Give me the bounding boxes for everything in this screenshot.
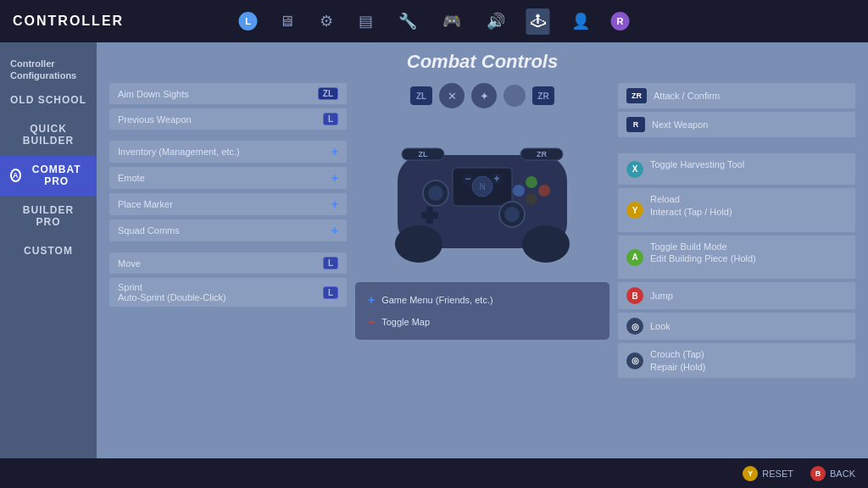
move-btn: L: [323, 257, 338, 269]
control-inventory[interactable]: Inventory (Management, etc.) +: [109, 141, 347, 163]
control-sprint[interactable]: SprintAuto-Sprint (Double-Click) L: [109, 278, 347, 307]
jump-label: Jump: [650, 290, 673, 302]
control-toggle-build[interactable]: A Toggle Build ModeEdit Building Piece (…: [618, 236, 855, 280]
top-center-row: ZL ✕ ✦ ZR: [410, 83, 554, 108]
reset-btn-label: Y: [748, 469, 753, 478]
header-nav-icons: L 🖥 ⚙ ▤ 🔧 🎮 🔊 🕹 👤 R: [239, 8, 630, 35]
main-content: Controller Configurations OLD SCHOOL QUI…: [0, 42, 868, 458]
control-move[interactable]: Move L: [109, 252, 347, 274]
control-emote[interactable]: Emote +: [109, 167, 347, 189]
controller-nav-icon[interactable]: 🕹: [526, 8, 550, 35]
next-weapon-label-wrap: Next Weapon: [652, 119, 708, 130]
sound-icon[interactable]: 🔊: [482, 8, 509, 35]
svg-text:ZR: ZR: [537, 150, 547, 158]
crouch-btn: ◎: [626, 352, 643, 369]
footer: Y RESET B BACK: [0, 458, 868, 488]
tool-icon[interactable]: 🔧: [394, 8, 421, 35]
combat-pro-label: COMBAT PRO: [26, 164, 86, 187]
inventory-btn: +: [331, 145, 338, 158]
sidebar-item-combat-pro[interactable]: A COMBAT PRO: [0, 155, 97, 196]
svg-point-9: [504, 207, 520, 222]
look-btn: ◎: [626, 318, 643, 335]
sidebar-item-quick-builder[interactable]: QUICK BUILDER: [0, 114, 97, 155]
sidebar-item-builder-pro[interactable]: BUILDER PRO: [0, 196, 97, 236]
gamepad2-icon[interactable]: 🎮: [438, 8, 465, 35]
zr-center-btn: ZR: [532, 86, 554, 105]
emote-btn: +: [331, 171, 338, 185]
inventory-label: Inventory (Management, etc.): [118, 147, 240, 157]
control-crouch[interactable]: ◎ Crouch (Tap)Repair (Hold): [618, 343, 855, 378]
reload-label: ReloadInteract (Tap / Hold): [650, 193, 732, 218]
control-toggle-harvesting[interactable]: X Toggle Harvesting Tool -: [618, 153, 855, 185]
svg-text:+: +: [493, 173, 499, 185]
control-reload[interactable]: Y ReloadInteract (Tap / Hold) -: [618, 188, 855, 232]
toggle-harvesting-label: Toggle Harvesting Tool: [650, 158, 744, 170]
game-menu-row[interactable]: + Game Menu (Friends, etc.): [368, 289, 597, 311]
minus-icon: −: [368, 315, 375, 329]
svg-point-14: [513, 185, 525, 197]
controller-svg: N: [381, 130, 584, 265]
reset-label: RESET: [762, 469, 793, 479]
reset-y-icon: Y: [743, 466, 758, 481]
look-label: Look: [650, 320, 670, 332]
right-controls-panel: ZR Attack / Confirm R Next Weapon X Togg…: [618, 83, 855, 450]
control-look[interactable]: ◎ Look: [618, 313, 855, 340]
back-btn-circle-label: B: [815, 469, 821, 478]
toggle-build-sub: -: [650, 264, 756, 274]
svg-text:N: N: [479, 182, 485, 191]
toggle-map-row[interactable]: − Toggle Map: [368, 311, 597, 333]
svg-point-7: [428, 186, 443, 201]
zr-btn: ZR: [626, 88, 647, 103]
reload-sub: -: [650, 218, 732, 227]
emote-label: Emote: [118, 173, 145, 183]
controller-image-area: N: [372, 121, 593, 274]
header: CONTROLLER L 🖥 ⚙ ▤ 🔧 🎮 🔊 🕹 👤 R: [0, 0, 868, 42]
previous-weapon-btn: L: [323, 113, 338, 125]
a-btn: A: [626, 249, 643, 266]
control-jump[interactable]: B Jump: [618, 282, 855, 309]
toggle-build-label-wrap: Toggle Build ModeEdit Building Piece (Ho…: [650, 241, 756, 274]
control-aim-down-sights[interactable]: Aim Down Sights ZL: [109, 83, 347, 104]
content-area: Combat Controls Aim Down Sights ZL Previ…: [97, 42, 868, 458]
x-btn: X: [626, 161, 643, 178]
svg-text:−: −: [465, 173, 470, 185]
place-marker-btn: +: [331, 197, 338, 211]
reset-button[interactable]: Y RESET: [743, 466, 793, 481]
R-badge[interactable]: R: [611, 12, 630, 30]
sprint-label: SprintAuto-Sprint (Double-Click): [118, 282, 226, 302]
previous-weapon-label: Previous Weapon: [118, 114, 192, 125]
control-squad-comms[interactable]: Squad Comms +: [109, 219, 347, 241]
squad-comms-label: Squad Comms: [118, 225, 180, 236]
combat-controls-title: Combat Controls: [109, 51, 855, 73]
control-previous-weapon[interactable]: Previous Weapon L: [109, 108, 347, 130]
svg-point-12: [526, 176, 537, 188]
panels-container: Aim Down Sights ZL Previous Weapon L Inv…: [109, 83, 855, 450]
sidebar-item-custom[interactable]: CUSTOM: [0, 236, 97, 265]
sidebar-item-old-school[interactable]: OLD SCHOOL: [0, 86, 97, 114]
toggle-map-label: Toggle Map: [381, 317, 430, 327]
aim-down-sights-label: Aim Down Sights: [118, 89, 189, 99]
svg-rect-11: [426, 207, 433, 224]
L-badge[interactable]: L: [239, 12, 258, 30]
back-button[interactable]: B BACK: [810, 466, 855, 481]
svg-point-1: [395, 225, 442, 263]
sidebar-section-label: Controller Configurations: [0, 51, 97, 86]
center-panel: ZL ✕ ✦ ZR: [355, 83, 609, 450]
toggle-build-label: Toggle Build ModeEdit Building Piece (Ho…: [650, 241, 756, 265]
display-icon[interactable]: ▤: [354, 8, 377, 35]
attack-confirm-label-wrap: Attack / Confirm: [654, 90, 720, 102]
crosshair-icon: ✕: [439, 83, 465, 108]
gear-icon[interactable]: ⚙: [315, 8, 337, 35]
aim-down-sights-btn: ZL: [318, 87, 338, 100]
control-attack-confirm[interactable]: ZR Attack / Confirm: [618, 83, 855, 108]
control-next-weapon[interactable]: R Next Weapon: [618, 112, 855, 137]
zl-center-btn: ZL: [410, 86, 432, 105]
move-icon: ✦: [471, 83, 497, 108]
plus-icon: +: [368, 293, 375, 307]
active-indicator: A: [10, 169, 21, 182]
control-place-marker[interactable]: Place Marker +: [109, 193, 347, 215]
toggle-harvesting-sub: -: [650, 170, 744, 180]
b-btn: B: [626, 287, 643, 304]
user-icon[interactable]: 👤: [567, 8, 594, 35]
monitor-icon[interactable]: 🖥: [275, 8, 298, 35]
